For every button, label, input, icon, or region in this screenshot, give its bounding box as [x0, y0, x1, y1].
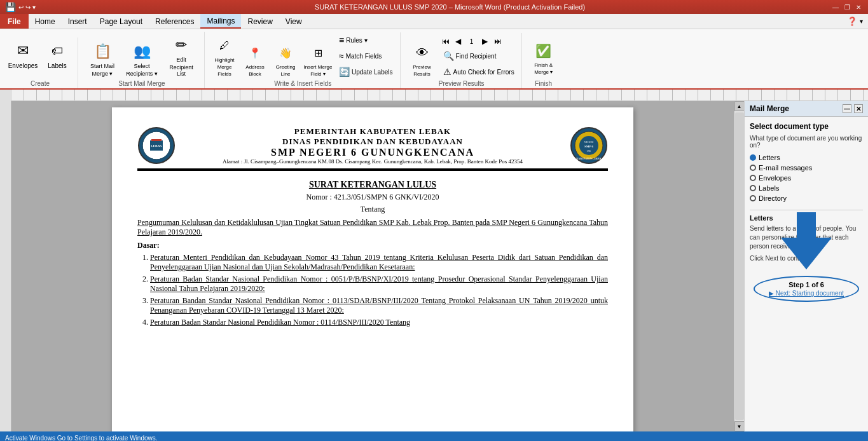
- mm-option-envelopes[interactable]: Envelopes: [750, 174, 863, 182]
- mm-option-letters[interactable]: Letters: [750, 154, 863, 161]
- mail-merge-controls: — ✕: [843, 104, 863, 113]
- arrow-container: [781, 268, 832, 269]
- arrow-shaft: [797, 212, 816, 238]
- select-recipients-button[interactable]: 👥 Select Recipients ▾: [123, 38, 161, 79]
- create-group-label: Create: [31, 79, 50, 87]
- mail-merge-header: Mail Merge — ✕: [745, 101, 868, 117]
- doc-list: Peraturan Menteri Pendidikan dan Kebuday…: [150, 253, 608, 327]
- titlebar-title: SURAT KETERANGAN LULUS SMP 2020 – Micros…: [69, 3, 831, 11]
- svg-text:GNK: GNK: [587, 150, 591, 153]
- match-fields-icon: ≈: [339, 51, 344, 61]
- svg-rect-3: [151, 139, 162, 141]
- menu-references[interactable]: References: [149, 14, 200, 29]
- finish-merge-button[interactable]: ✅ Finish & Merge ▾: [527, 37, 560, 77]
- svg-text:LEBAK: LEBAK: [151, 144, 162, 147]
- highlight-merge-fields-icon: 🖊: [214, 36, 235, 56]
- mm-option-directory[interactable]: Directory: [750, 194, 863, 202]
- nav-page: 1: [465, 38, 478, 45]
- menu-view[interactable]: View: [279, 14, 308, 29]
- auto-check-errors-icon: ⚠: [443, 67, 451, 77]
- address-block-button[interactable]: 📍 Address Block: [240, 39, 270, 79]
- titlebar-controls: — ❐ ✕: [831, 3, 863, 11]
- left-scrollbar[interactable]: [0, 101, 11, 431]
- address-text: Alamat : Jl. Cisampang–Gunungkencana KM.…: [182, 158, 563, 165]
- mm-section-title: Select document type: [750, 122, 863, 131]
- minimize-button[interactable]: —: [831, 3, 840, 11]
- insert-merge-field-icon: ⊞: [308, 43, 328, 63]
- logo-right: NEGERI SMP 6 GNK KABUPATEN LEBAK: [570, 126, 608, 165]
- mm-option-email[interactable]: E-mail messages: [750, 164, 863, 172]
- menu-review[interactable]: Review: [241, 14, 279, 29]
- finish-buttons: ✅ Finish & Merge ▾: [527, 37, 560, 77]
- arrow-head: [781, 238, 832, 269]
- mm-envelopes-label: Envelopes: [759, 174, 791, 182]
- rules-button[interactable]: ≡Rules ▾: [336, 33, 396, 47]
- document-body: SURAT KETERANGAN LULUS Nomor : 421.3/051…: [137, 180, 608, 327]
- menu-insert[interactable]: Insert: [62, 14, 93, 29]
- preview-results-button[interactable]: 👁 Preview Results: [406, 39, 439, 79]
- org2-text: DINAS PENDIDIKAN DAN KEBUDAYAAN: [182, 137, 563, 147]
- menu-page-layout[interactable]: Page Layout: [93, 14, 149, 29]
- ribbon-create-buttons: ✉ Envelopes 🏷 Labels: [6, 37, 74, 76]
- mm-next-link[interactable]: ▶ Next: Starting document: [760, 290, 853, 297]
- find-recipient-button[interactable]: 🔍Find Recipient: [440, 49, 518, 63]
- labels-icon: 🏷: [47, 41, 67, 61]
- update-labels-button[interactable]: 🔄Update Labels: [336, 65, 396, 79]
- mail-merge-title: Mail Merge: [750, 104, 789, 113]
- document-header: LEBAK PEMERINTAH KABUPATEN LEBAK DINAS P…: [137, 126, 608, 171]
- write-insert-group-label: Write & Insert Fields: [274, 79, 331, 87]
- nav-first-button[interactable]: ⏮: [440, 36, 451, 47]
- close-button[interactable]: ✕: [854, 3, 863, 11]
- nav-next-button[interactable]: ▶: [479, 36, 491, 47]
- highlight-merge-fields-button[interactable]: 🖊 Highlight Merge Fields: [210, 32, 239, 79]
- edit-recipient-list-button[interactable]: ✏ Edit Recipient List: [162, 32, 200, 79]
- list-item-4: Peraturan Badan Standar Nasional Pendidi…: [150, 318, 608, 327]
- select-recipients-icon: 👥: [132, 41, 152, 62]
- scroll-down-button[interactable]: ▼: [734, 421, 745, 431]
- right-scrollbar[interactable]: ▲ ▼: [734, 101, 744, 431]
- start-mail-merge-buttons: 📋 Start Mail Merge ▾ 👥 Select Recipients…: [83, 32, 200, 79]
- nav-last-button[interactable]: ⏭: [492, 36, 504, 47]
- envelopes-button[interactable]: ✉ Envelopes: [6, 37, 39, 76]
- match-fields-button[interactable]: ≈Match Fields: [336, 49, 396, 63]
- svg-text:NEGERI: NEGERI: [584, 140, 594, 144]
- nav-prev-button[interactable]: ◀: [453, 36, 464, 47]
- expand-icon[interactable]: ▾: [860, 18, 863, 25]
- restore-button[interactable]: ❐: [843, 3, 851, 11]
- auto-check-errors-button[interactable]: ⚠Auto Check for Errors: [440, 65, 518, 79]
- logo-left: LEBAK: [137, 126, 176, 165]
- mm-radio-directory: [750, 195, 756, 201]
- preview-results-buttons: 👁 Preview Results ⏮ ◀ 1 ▶ ⏭ 🔍Find Recipi…: [406, 33, 518, 79]
- list-item-3: Peraturan Bandan Standar Nasional Pendid…: [150, 296, 608, 315]
- scroll-up-button[interactable]: ▲: [734, 101, 745, 111]
- ribbon-group-write-insert: 🖊 Highlight Merge Fields 📍 Address Block…: [206, 32, 401, 88]
- greeting-line-button[interactable]: 👋 Greeting Line: [271, 39, 300, 79]
- rules-icon: ≡: [339, 35, 344, 45]
- ribbon-group-start-mail-merge: 📋 Start Mail Merge ▾ 👥 Select Recipients…: [79, 32, 205, 88]
- insert-merge-field-button[interactable]: ⊞ Insert Merge Field ▾: [301, 39, 334, 79]
- mm-radio-letters: [750, 154, 756, 161]
- mm-radio-email: [750, 165, 756, 171]
- scroll-thumb[interactable]: [735, 112, 744, 420]
- mail-merge-minimize[interactable]: —: [843, 104, 851, 113]
- ribbon-group-create: ✉ Envelopes 🏷 Labels Create: [3, 37, 78, 88]
- mail-merge-close[interactable]: ✕: [854, 104, 863, 113]
- mm-step-text: Step 1 of 6: [760, 281, 853, 288]
- ribbon-group-finish: ✅ Finish & Merge ▾ Finish: [523, 37, 564, 88]
- list-item-2: Peraturan Badan Standar Nasional Pendidi…: [150, 275, 608, 294]
- write-insert-small-buttons: ≡Rules ▾ ≈Match Fields 🔄Update Labels: [336, 33, 396, 79]
- update-labels-icon: 🔄: [339, 67, 350, 77]
- menu-file[interactable]: File: [0, 14, 29, 29]
- help-icon[interactable]: ❓: [847, 17, 857, 26]
- greeting-line-icon: 👋: [275, 43, 296, 63]
- mm-option-labels[interactable]: Labels: [750, 184, 863, 192]
- menu-mailings[interactable]: Mailings: [200, 14, 241, 29]
- start-mail-merge-group-label: Start Mail Merge: [118, 79, 165, 87]
- labels-button[interactable]: 🏷 Labels: [41, 37, 74, 76]
- doc-title-text: SURAT KETERANGAN LULUS: [137, 180, 608, 190]
- ruler: [0, 90, 868, 101]
- start-mail-merge-button[interactable]: 📋 Start Mail Merge ▾: [83, 38, 121, 79]
- mm-directory-label: Directory: [759, 194, 787, 202]
- menu-home[interactable]: Home: [29, 14, 62, 29]
- mm-labels-label: Labels: [759, 184, 779, 192]
